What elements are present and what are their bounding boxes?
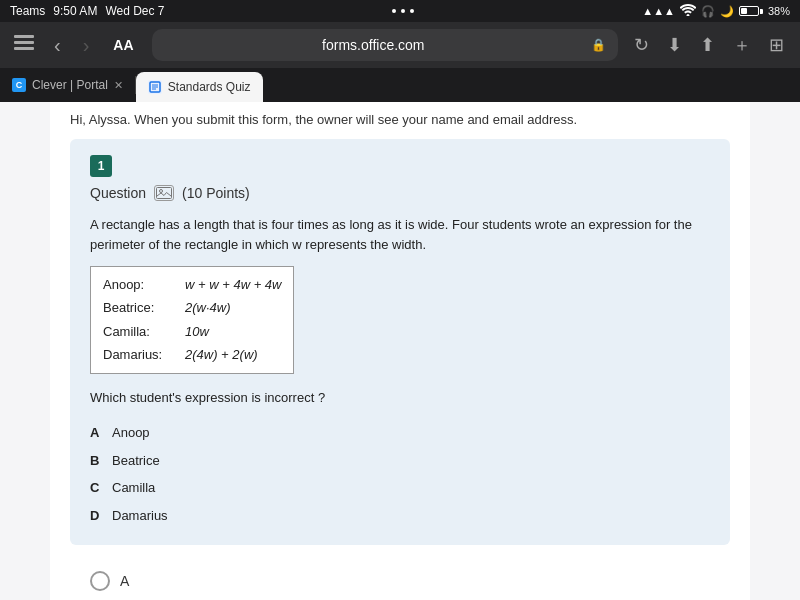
download-button[interactable]: ⬇ <box>661 30 688 60</box>
greeting-text: Hi, Alyssa. When you submit this form, t… <box>70 102 730 139</box>
card-choice-A-label: Anoop <box>112 423 150 443</box>
new-tab-button[interactable]: ＋ <box>727 29 757 61</box>
svg-rect-1 <box>14 41 34 44</box>
expr-formula-damarius: 2(4w) + 2(w) <box>185 343 258 366</box>
radio-circle-A[interactable] <box>90 571 110 591</box>
status-bar: Teams 9:50 AM Wed Dec 7 ▲▲▲ 🎧 🌙 38% <box>0 0 800 22</box>
expr-name-anoop: Anoop: <box>103 273 173 296</box>
signal-icon: ▲▲▲ <box>642 5 675 17</box>
sidebar-toggle-button[interactable] <box>10 31 38 60</box>
radio-label-A: A <box>120 573 129 589</box>
card-choice-A-letter: A <box>90 423 104 443</box>
url-text: forms.office.com <box>164 37 583 53</box>
expr-camilla: Camilla: 10w <box>103 320 281 343</box>
radio-choices: A B C D <box>70 561 730 600</box>
svg-point-5 <box>160 190 163 193</box>
clever-favicon: C <box>12 78 26 92</box>
expr-beatrice: Beatrice: 2(w·4w) <box>103 296 281 319</box>
browser-toolbar: ‹ › AA forms.office.com 🔒 ↻ ⬇ ⬆ ＋ ⊞ <box>0 22 800 68</box>
tab-standards-label: Standards Quiz <box>168 80 251 94</box>
card-choice-B: B Beatrice <box>90 447 710 475</box>
expr-formula-camilla: 10w <box>185 320 209 343</box>
svg-rect-0 <box>14 35 34 38</box>
app-name: Teams <box>10 4 45 18</box>
card-choice-D: D Damarius <box>90 502 710 530</box>
card-choice-A: A Anoop <box>90 419 710 447</box>
svg-rect-4 <box>157 188 172 199</box>
card-choice-B-letter: B <box>90 451 104 471</box>
tab-clever-label: Clever | Portal <box>32 78 108 92</box>
expr-formula-anoop: w + w + 4w + 4w <box>185 273 281 296</box>
expr-name-damarius: Damarius: <box>103 343 173 366</box>
share-button[interactable]: ⬆ <box>694 30 721 60</box>
question-label: Question <box>90 185 146 201</box>
question-card: 1 Question (10 Points) A rectangle has a… <box>70 139 730 545</box>
question-text: A rectangle has a length that is four ti… <box>90 215 710 254</box>
page-content: Hi, Alyssa. When you submit this form, t… <box>50 102 750 600</box>
date: Wed Dec 7 <box>105 4 164 18</box>
forward-button[interactable]: › <box>77 30 96 61</box>
svg-rect-2 <box>14 47 34 50</box>
card-choice-C-letter: C <box>90 478 104 498</box>
card-choice-C-label: Camilla <box>112 478 155 498</box>
moon-icon: 🌙 <box>720 5 734 18</box>
card-choice-C: C Camilla <box>90 474 710 502</box>
reload-button[interactable]: ↻ <box>628 30 655 60</box>
aa-button[interactable]: AA <box>105 33 141 57</box>
back-button[interactable]: ‹ <box>48 30 67 61</box>
tab-bar: C Clever | Portal ✕ Standards Quiz <box>0 68 800 102</box>
dot2 <box>401 9 405 13</box>
question-body: A rectangle has a length that is four ti… <box>90 215 710 529</box>
expressions-box: Anoop: w + w + 4w + 4w Beatrice: 2(w·4w)… <box>90 266 294 374</box>
dot1 <box>392 9 396 13</box>
dot3 <box>410 9 414 13</box>
expr-formula-beatrice: 2(w·4w) <box>185 296 231 319</box>
question-header: Question (10 Points) <box>90 185 710 201</box>
image-icon <box>154 185 174 201</box>
card-choice-D-label: Damarius <box>112 506 168 526</box>
content-area: Hi, Alyssa. When you submit this form, t… <box>0 102 800 600</box>
time: 9:50 AM <box>53 4 97 18</box>
radio-choice-A[interactable]: A <box>90 571 710 591</box>
grid-button[interactable]: ⊞ <box>763 30 790 60</box>
question-number-badge: 1 <box>90 155 112 177</box>
tab-clever[interactable]: C Clever | Portal ✕ <box>0 68 135 102</box>
battery-percent: 38% <box>768 5 790 17</box>
expr-damarius: Damarius: 2(4w) + 2(w) <box>103 343 281 366</box>
expr-name-beatrice: Beatrice: <box>103 296 173 319</box>
expr-name-camilla: Camilla: <box>103 320 173 343</box>
battery-indicator <box>739 6 763 16</box>
question-points: (10 Points) <box>182 185 250 201</box>
wifi-icon <box>680 4 696 18</box>
expr-anoop: Anoop: w + w + 4w + 4w <box>103 273 281 296</box>
card-choice-D-letter: D <box>90 506 104 526</box>
headphone-icon: 🎧 <box>701 5 715 18</box>
address-bar[interactable]: forms.office.com 🔒 <box>152 29 618 61</box>
standards-favicon <box>148 80 162 94</box>
which-student-text: Which student's expression is incorrect … <box>90 388 710 408</box>
tab-clever-close[interactable]: ✕ <box>114 79 123 92</box>
tab-standards[interactable]: Standards Quiz <box>136 72 263 102</box>
card-choice-B-label: Beatrice <box>112 451 160 471</box>
lock-icon: 🔒 <box>591 38 606 52</box>
